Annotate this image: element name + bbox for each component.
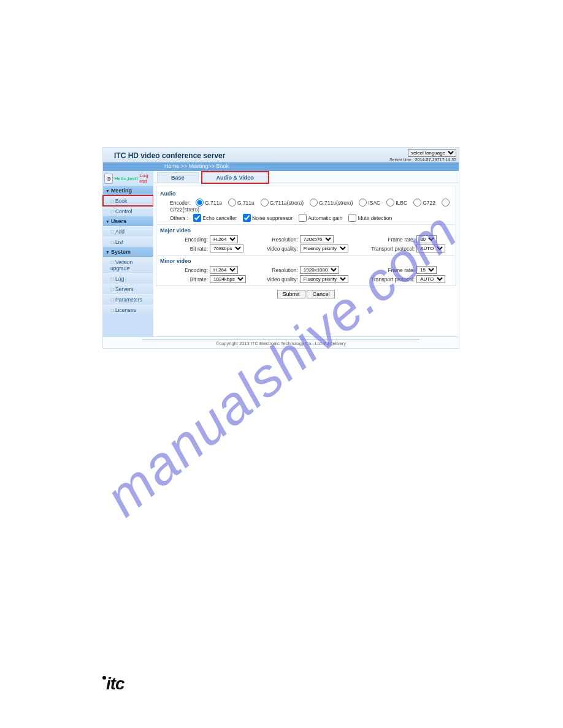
breadcrumb: Home >> Meeting>> Book — [164, 163, 229, 169]
major-bitrate-label: Bit rate: — [170, 246, 208, 252]
language-select[interactable]: select language — [408, 149, 456, 157]
major-video-title: Major video — [160, 227, 451, 233]
encoder-opt: ILBC — [396, 200, 407, 206]
header-bar: ITC HD video conference server select la… — [103, 148, 459, 162]
sidebar-item-book[interactable]: Book — [103, 195, 153, 206]
minor-transport-select[interactable]: AUTO — [416, 275, 445, 283]
button-row: Submit Cancel — [153, 290, 459, 298]
tab-audio-video[interactable]: Audio & Video — [202, 172, 268, 183]
minor-transport-label: Transport protocol: — [364, 276, 415, 282]
minor-frame-select[interactable]: 15 — [416, 266, 437, 274]
major-quality-select[interactable]: Fluency priority — [300, 245, 348, 252]
encoder-opt: ISAC — [368, 200, 380, 206]
chk-mute-detection[interactable] — [348, 214, 356, 222]
settings-panel: Audio Encoder: G.711a G.711u G.711a(stre… — [156, 186, 456, 286]
minor-encoding-label: Encoding: — [170, 267, 208, 273]
minor-frame-label: Frame rate: — [364, 267, 415, 273]
major-transport-label: Transport protocol: — [364, 246, 415, 252]
chk-noise-suppressor[interactable] — [243, 214, 251, 222]
sidebar-section-users[interactable]: Users — [103, 216, 153, 226]
tab-base[interactable]: Base — [157, 172, 199, 183]
major-encoding-select[interactable]: H.264 — [210, 235, 238, 243]
encoder-label: Encoder: — [170, 200, 191, 206]
encoder-radio-g722[interactable] — [413, 199, 421, 207]
minor-video-title: Minor video — [160, 258, 451, 264]
sidebar-section-system[interactable]: System — [103, 247, 153, 257]
major-frame-label: Frame rate: — [364, 237, 415, 243]
minor-resolution-label: Resolution: — [260, 267, 298, 273]
footer: ©copyright 2013 ITC Electronic Technolog… — [103, 336, 459, 348]
submit-button[interactable]: Submit — [277, 290, 305, 298]
cancel-button[interactable]: Cancel — [307, 290, 335, 298]
avatar-icon: ◎ — [104, 173, 113, 184]
minor-encoding-select[interactable]: H.264 — [210, 266, 238, 274]
major-encoding-label: Encoding: — [170, 237, 208, 243]
others-label: Others : — [170, 215, 188, 221]
major-bitrate-select[interactable]: 768kbps — [210, 245, 243, 252]
minor-resolution-select[interactable]: 1920x1080 — [300, 266, 339, 274]
chk-automatic-gain[interactable] — [299, 214, 307, 222]
itc-logo: itc — [102, 674, 124, 694]
server-time: Server time : 2014-07-29T17:14:35 — [389, 157, 456, 162]
main-panel: Base Audio & Video Audio Encoder: G.711a… — [153, 171, 459, 336]
sidebar-section-meeting[interactable]: Meeting — [103, 186, 153, 195]
sidebar-item-parameters[interactable]: Parameters — [103, 294, 153, 305]
chk-echo-canceller[interactable] — [193, 214, 201, 222]
separator — [158, 224, 454, 225]
major-quality-label: Video quality: — [260, 246, 298, 252]
sidebar-item-licenses[interactable]: Licenses — [103, 305, 153, 315]
major-resolution-select[interactable]: 720x576 — [300, 235, 334, 243]
encoder-radio-g711a[interactable] — [196, 199, 204, 207]
copyright-text: ©copyright 2013 ITC Electronic Technolog… — [142, 339, 419, 346]
chk-label: Mute detection — [358, 215, 392, 221]
encoder-radio-ilbc[interactable] — [386, 199, 394, 207]
encoder-radio-g711u[interactable] — [228, 199, 236, 207]
minor-quality-select[interactable]: Fluency priority — [300, 275, 348, 283]
sidebar: ◎ Hello,test! Log out Meeting Book Contr… — [103, 171, 153, 336]
chk-label: Automatic gain — [308, 215, 342, 221]
chk-label: Noise suppressor — [252, 215, 293, 221]
tab-row: Base Audio & Video — [153, 171, 459, 183]
encoder-radio-isac[interactable] — [359, 199, 367, 207]
encoder-opt: G.711u(strero) — [319, 200, 353, 206]
encoder-opt: G.711a(strero) — [270, 200, 304, 206]
minor-quality-label: Video quality: — [260, 276, 298, 282]
hello-text: Hello,test! — [114, 176, 138, 181]
sidebar-item-servers[interactable]: Servers — [103, 284, 153, 294]
encoder-opt: G722 — [423, 200, 435, 206]
encoder-opt: G.711u — [237, 200, 255, 206]
minor-bitrate-label: Bit rate: — [170, 276, 208, 282]
minor-bitrate-select[interactable]: 1024kbps — [210, 275, 246, 283]
app-window: ITC HD video conference server select la… — [102, 147, 459, 349]
encoder-radio-g711a-stereo[interactable] — [261, 199, 269, 207]
encoder-row: Encoder: G.711a G.711u G.711a(strero) G.… — [161, 199, 451, 213]
logout-link[interactable]: Log out — [139, 173, 153, 184]
encoder-opt: G.711a — [205, 200, 222, 206]
encoder-opt: G722(strero) — [170, 207, 199, 213]
major-resolution-label: Resolution: — [260, 237, 298, 243]
major-transport-select[interactable]: AUTO — [416, 245, 445, 252]
sidebar-item-version-upgrade[interactable]: Version upgrade — [103, 257, 153, 273]
chk-label: Echo canceller — [202, 215, 237, 221]
sidebar-item-add[interactable]: Add — [103, 226, 153, 237]
encoder-radio-g722-stereo[interactable] — [442, 199, 450, 207]
audio-section-title: Audio — [160, 191, 451, 197]
sidebar-item-log[interactable]: Log — [103, 273, 153, 284]
major-frame-select[interactable]: 30 — [416, 235, 437, 243]
sidebar-item-list[interactable]: List — [103, 237, 153, 247]
encoder-radio-g711u-stereo[interactable] — [310, 199, 318, 207]
separator — [158, 255, 454, 256]
sidebar-user: ◎ Hello,test! Log out — [103, 171, 153, 186]
others-row: Others : Echo canceller Noise suppressor… — [161, 214, 451, 222]
top-bar: Home >> Meeting>> Book — [103, 162, 459, 171]
sidebar-item-control[interactable]: Control — [103, 206, 153, 216]
